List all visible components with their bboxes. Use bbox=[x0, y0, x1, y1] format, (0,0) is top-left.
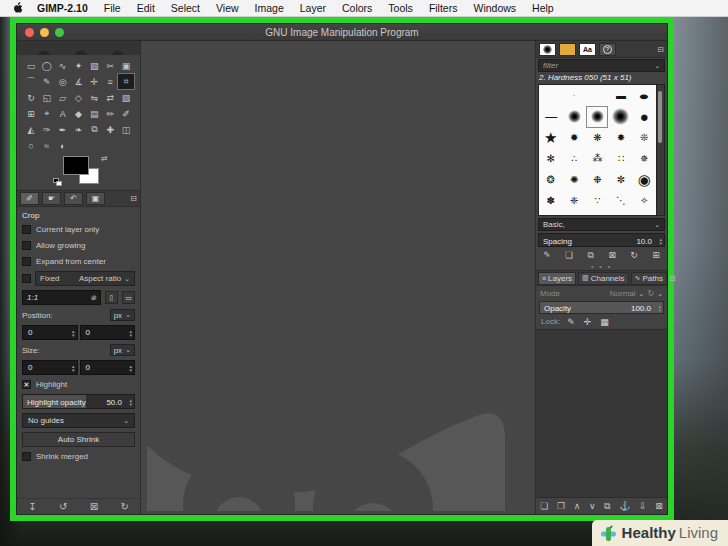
brush-item[interactable]: ∷ bbox=[612, 150, 630, 168]
brush-item[interactable] bbox=[542, 87, 560, 105]
highlight-checkbox[interactable]: Highlight bbox=[22, 379, 135, 390]
mode-switch-button[interactable]: ↻ bbox=[647, 289, 654, 298]
tool-pencil[interactable]: ✏ bbox=[102, 106, 118, 121]
tool-options-tab[interactable]: ✐ bbox=[20, 192, 39, 205]
tool-mypaint-brush[interactable]: ❧ bbox=[71, 122, 87, 137]
spinner-arrows[interactable]: ▴▾ bbox=[129, 364, 132, 372]
highlight-opacity-slider[interactable]: Highlight opacity 50.0 ▴▾ bbox=[22, 394, 135, 409]
tool-scale[interactable]: ◱ bbox=[39, 90, 55, 105]
device-status-tab[interactable]: ☛ bbox=[42, 192, 61, 205]
tool-perspective[interactable]: ◇ bbox=[71, 90, 87, 105]
menubar-item[interactable]: Image bbox=[247, 2, 292, 14]
brush-tag-dropdown[interactable]: Basic, ⌄ bbox=[538, 218, 665, 231]
tool-ink[interactable]: ✒ bbox=[55, 122, 71, 137]
checkbox-box[interactable] bbox=[22, 241, 31, 250]
layer-opacity-slider[interactable]: Opacity 100.0 ▴▾ bbox=[539, 301, 664, 314]
guides-dropdown[interactable]: No guides ⌄ bbox=[22, 413, 135, 428]
tool-measure[interactable]: ∡ bbox=[71, 74, 87, 89]
tool-3d-transform[interactable]: ⇋ bbox=[86, 90, 102, 105]
brush-item[interactable] bbox=[588, 87, 606, 105]
menubar-item[interactable]: View bbox=[208, 2, 247, 14]
tool-move[interactable]: ✛ bbox=[86, 74, 102, 89]
brush-item[interactable]: · bbox=[565, 87, 583, 105]
lower-layer-button[interactable]: ∨ bbox=[589, 501, 596, 511]
checkbox-box[interactable] bbox=[22, 452, 31, 461]
shrink-merged-checkbox[interactable]: Shrink merged bbox=[22, 451, 135, 462]
raise-layer-button[interactable]: ∧ bbox=[574, 501, 581, 511]
menubar-item[interactable]: Layer bbox=[292, 2, 334, 14]
tool-gradient[interactable]: ▤ bbox=[86, 106, 102, 121]
dock-splitter-handle[interactable]: • • • bbox=[536, 263, 667, 270]
brush-item[interactable]: ◉ bbox=[635, 171, 653, 189]
tool-color-picker[interactable]: ✎ bbox=[39, 74, 55, 89]
lock-pixels-icon[interactable]: ✎ bbox=[567, 317, 575, 327]
tool-rotate[interactable]: ↻ bbox=[23, 90, 39, 105]
landscape-orientation-button[interactable]: ▭ bbox=[122, 291, 135, 304]
menubar-item[interactable]: Tools bbox=[380, 2, 421, 14]
window-titlebar[interactable]: GNU Image Manipulation Program bbox=[17, 24, 667, 41]
brush-item[interactable]: ∴ bbox=[565, 150, 583, 168]
brush-item[interactable]: ▬ bbox=[612, 87, 630, 105]
brushes-tab[interactable] bbox=[539, 43, 556, 56]
tool-smudge[interactable]: ≈ bbox=[39, 138, 55, 153]
fonts-tab[interactable]: Aa bbox=[579, 43, 596, 56]
brush-item[interactable]: ❂ bbox=[542, 171, 560, 189]
tool-scissors-select[interactable]: ✂ bbox=[102, 58, 118, 73]
edit-brush-button[interactable]: ✎ bbox=[543, 250, 551, 260]
images-tab[interactable]: ▣ bbox=[86, 192, 105, 205]
new-layer-button[interactable]: ❏ bbox=[540, 501, 548, 511]
document-history-tab[interactable]: ? bbox=[599, 43, 616, 56]
delete-layer-button[interactable]: ⊠ bbox=[655, 501, 663, 511]
tool-unified-transform[interactable]: ⊞ bbox=[23, 106, 39, 121]
brush-item[interactable] bbox=[565, 108, 583, 126]
brush-grid-scrollbar[interactable] bbox=[657, 84, 665, 216]
patterns-tab[interactable] bbox=[559, 43, 576, 56]
default-colors-icon[interactable] bbox=[53, 178, 63, 187]
brush-item[interactable]: ✸ bbox=[612, 129, 630, 147]
position-x-input[interactable]: 0 ▴▾ bbox=[22, 325, 78, 340]
zoom-window-button[interactable] bbox=[55, 28, 64, 37]
undo-history-tab[interactable]: ↶ bbox=[64, 192, 83, 205]
fixed-aspect-combo[interactable]: Fixed Aspect ratio ⌄ bbox=[35, 271, 135, 286]
fixed-checkbox[interactable] bbox=[22, 274, 31, 283]
tab-channels[interactable]: ▥ Channels bbox=[578, 272, 628, 285]
tool-rectangle-select[interactable]: ▭ bbox=[23, 58, 39, 73]
tool-paintbrush[interactable]: ✐ bbox=[118, 106, 134, 121]
brush-item[interactable]: ✹ bbox=[565, 129, 583, 147]
size-unit-select[interactable]: px ⌄ bbox=[110, 344, 135, 356]
spinner-arrows[interactable]: ▴▾ bbox=[129, 329, 132, 337]
tool-select-by-color[interactable]: ▧ bbox=[86, 58, 102, 73]
tool-eraser[interactable]: ◭ bbox=[23, 122, 39, 137]
menubar-item[interactable]: Help bbox=[524, 2, 562, 14]
checkbox-box[interactable] bbox=[22, 257, 31, 266]
tool-ellipse-select[interactable]: ◯ bbox=[39, 58, 55, 73]
save-tool-preset-button[interactable]: ↧ bbox=[28, 501, 36, 512]
tool-handle-transform[interactable]: ⌖ bbox=[39, 106, 55, 121]
brush-item[interactable]: ● bbox=[635, 108, 653, 126]
brush-item[interactable]: ❉ bbox=[588, 171, 606, 189]
merge-down-button[interactable]: ⇩ bbox=[639, 501, 647, 511]
size-height-input[interactable]: 0 ▴▾ bbox=[80, 360, 136, 375]
brush-item[interactable] bbox=[612, 108, 630, 126]
tool-crop[interactable]: ⌗ bbox=[118, 74, 134, 89]
brush-item[interactable] bbox=[588, 108, 606, 126]
apple-menu-icon[interactable] bbox=[12, 2, 23, 14]
tool-cage-transform[interactable]: ▨ bbox=[118, 90, 134, 105]
tool-airbrush[interactable]: ✑ bbox=[39, 122, 55, 137]
brush-item[interactable]: ✼ bbox=[612, 171, 630, 189]
brush-item[interactable]: ❋ bbox=[588, 129, 606, 147]
chevron-down-icon[interactable]: ⌄ bbox=[657, 290, 663, 298]
spinner-arrows[interactable]: ▴▾ bbox=[72, 364, 75, 372]
brush-item[interactable]: ⋱ bbox=[612, 192, 630, 210]
tool-paths[interactable]: ⌒ bbox=[23, 74, 39, 89]
tool-dodge-burn[interactable]: ◐ bbox=[55, 138, 71, 153]
anchor-layer-button[interactable]: ⚓ bbox=[619, 501, 630, 511]
tool-free-select[interactable]: ∿ bbox=[55, 58, 71, 73]
tool-shear[interactable]: ▱ bbox=[55, 90, 71, 105]
mode-value[interactable]: Normal bbox=[610, 289, 636, 298]
brush-item[interactable]: ✧ bbox=[635, 192, 653, 210]
tool-perspective-clone[interactable]: ◫ bbox=[118, 122, 134, 137]
position-unit-select[interactable]: px ⌄ bbox=[110, 309, 135, 321]
spinner-arrows[interactable]: ▴▾ bbox=[659, 237, 662, 245]
menubar-item[interactable]: Colors bbox=[334, 2, 380, 14]
